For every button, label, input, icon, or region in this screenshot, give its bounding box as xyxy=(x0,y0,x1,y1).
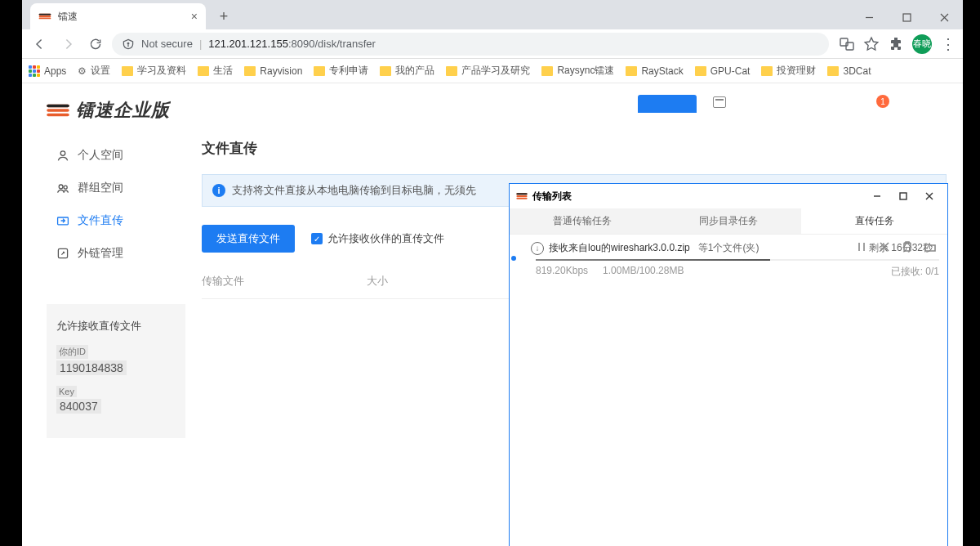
transfer-received: 已接收: 0/1 xyxy=(891,265,939,279)
transfer-name: 接收来自lou的wireshark3.0.0.zip xyxy=(549,241,690,255)
id-value: 1190184838 xyxy=(56,360,127,375)
logo-icon xyxy=(47,101,69,119)
popup-tab-normal[interactable]: 普通传输任务 xyxy=(510,208,656,234)
key-value: 840037 xyxy=(56,399,101,414)
nav-back-button[interactable] xyxy=(29,33,51,56)
browser-window: 镭速 × + Not secure | 121.201.121.155:8090… xyxy=(22,0,963,546)
group-icon xyxy=(56,181,69,195)
clipboard-icon[interactable] xyxy=(902,241,913,255)
svg-point-4 xyxy=(60,151,65,156)
col-file: 传输文件 xyxy=(202,274,244,289)
popup-tab-direct[interactable]: 直传任务 xyxy=(801,208,947,234)
progress-bar xyxy=(536,259,939,261)
cancel-button[interactable] xyxy=(879,241,890,255)
popup-title: 传输列表 xyxy=(532,190,572,204)
popup-close-button[interactable] xyxy=(918,187,941,205)
download-icon xyxy=(531,242,544,255)
nav-forward-button[interactable] xyxy=(56,33,79,56)
bookmarks-bar: Apps ⚙设置 学习及资料 生活 Rayvision 专利申请 我的产品 产品… xyxy=(22,59,963,83)
receive-info-card: 允许接收直传文件 你的ID 1190184838 Key 840037 xyxy=(47,304,185,438)
svg-point-6 xyxy=(64,186,67,189)
bookmark-folder[interactable]: 专利申请 xyxy=(314,64,368,78)
window-maximize-button[interactable] xyxy=(888,5,925,29)
titlebar: 镭速 × + xyxy=(22,0,963,29)
user-icon xyxy=(56,149,69,162)
bookmark-folder[interactable]: 学习及资料 xyxy=(122,64,186,78)
bookmark-folder[interactable]: 产品学习及研究 xyxy=(446,64,530,78)
transfer-progress: 1.00MB/100.28MB xyxy=(603,265,684,279)
popup-tabs: 普通传输任务 同步目录任务 直传任务 xyxy=(510,208,947,235)
svg-point-1 xyxy=(127,43,129,44)
col-size: 大小 xyxy=(367,274,388,289)
apps-shortcut[interactable]: Apps xyxy=(29,65,66,77)
bookmark-folder[interactable]: 3DCat xyxy=(827,65,871,77)
tab-title: 镭速 xyxy=(58,10,185,24)
app-logo: 镭速企业版 xyxy=(47,98,170,123)
bookmark-star-icon[interactable] xyxy=(863,36,880,52)
svg-point-5 xyxy=(59,185,63,189)
browser-tab[interactable]: 镭速 × xyxy=(30,3,206,29)
logo-text: 镭速企业版 xyxy=(76,98,170,123)
pause-button[interactable] xyxy=(856,241,867,255)
window-minimize-button[interactable] xyxy=(850,5,888,29)
info-icon: i xyxy=(212,184,225,197)
notification-badge[interactable]: 1 xyxy=(876,95,889,108)
window-close-button[interactable] xyxy=(925,5,963,29)
sidebar-item-group[interactable]: 群组空间 xyxy=(47,172,185,204)
sidebar-item-external-link[interactable]: 外链管理 xyxy=(47,237,185,270)
bookmark-settings[interactable]: ⚙设置 xyxy=(78,64,110,78)
popup-tab-sync[interactable]: 同步目录任务 xyxy=(656,208,802,234)
not-secure-icon xyxy=(122,38,135,51)
link-icon xyxy=(56,247,69,260)
favicon-icon xyxy=(38,10,51,23)
profile-avatar[interactable]: 春晓 xyxy=(912,34,932,54)
bookmark-folder[interactable]: Raysync镭速 xyxy=(541,64,614,78)
url-text: 121.201.121.155:8090/disk/transfer xyxy=(208,38,376,50)
popup-minimize-button[interactable] xyxy=(866,187,889,205)
bookmark-folder[interactable]: GPU-Cat xyxy=(695,65,751,77)
page-content: 1 镭速企业版 个人空间 群组空间 文件直传 外链管理 允 xyxy=(22,83,963,546)
popup-maximize-button[interactable] xyxy=(892,187,915,205)
svg-rect-0 xyxy=(903,14,911,21)
transfer-list-popup: 传输列表 普通传输任务 同步目录任务 直传任务 接收来自lou的wireshar… xyxy=(509,183,948,546)
id-label: 你的ID xyxy=(56,345,88,359)
transfer-count: 等1个文件(夹) xyxy=(698,241,760,255)
page-title: 文件直传 xyxy=(202,139,947,158)
transfer-speed: 819.20Kbps xyxy=(536,265,588,279)
bookmark-folder[interactable]: 生活 xyxy=(198,64,233,78)
nav-reload-button[interactable] xyxy=(84,33,107,56)
not-secure-label: Not secure xyxy=(141,38,193,50)
header-list-icon xyxy=(713,96,726,108)
url-bar[interactable]: Not secure | 121.201.121.155:8090/disk/t… xyxy=(112,33,829,56)
browser-menu-icon[interactable]: ⋮ xyxy=(940,36,956,52)
popup-favicon-icon xyxy=(516,190,528,202)
bookmark-folder[interactable]: RayStack xyxy=(626,65,683,77)
popup-titlebar[interactable]: 传输列表 xyxy=(510,184,947,208)
extensions-icon[interactable] xyxy=(888,36,904,52)
header-button-cut xyxy=(638,95,697,113)
sidebar: 个人空间 群组空间 文件直传 外链管理 xyxy=(47,139,185,270)
svg-rect-9 xyxy=(900,193,906,199)
transfer-icon xyxy=(56,214,69,227)
translate-icon[interactable] xyxy=(839,36,855,52)
send-file-button[interactable]: 发送直传文件 xyxy=(202,225,295,253)
tab-close-icon[interactable]: × xyxy=(191,10,198,23)
key-label: Key xyxy=(56,386,77,397)
address-bar-row: Not secure | 121.201.121.155:8090/disk/t… xyxy=(22,29,963,59)
card-title: 允许接收直传文件 xyxy=(56,319,176,333)
new-tab-button[interactable]: + xyxy=(212,5,235,28)
allow-receive-checkbox[interactable]: ✓ 允许接收伙伴的直传文件 xyxy=(311,231,444,246)
checkbox-icon: ✓ xyxy=(311,233,323,244)
bookmark-folder[interactable]: Rayvision xyxy=(244,65,302,77)
sidebar-item-direct-transfer[interactable]: 文件直传 xyxy=(47,204,185,237)
transfer-row: 接收来自lou的wireshark3.0.0.zip 等1个文件(夹) 剩余 1… xyxy=(510,235,947,289)
sidebar-item-personal[interactable]: 个人空间 xyxy=(47,139,185,172)
bookmark-folder[interactable]: 投资理财 xyxy=(761,64,816,78)
open-folder-icon[interactable] xyxy=(924,241,936,255)
bookmark-folder[interactable]: 我的产品 xyxy=(380,64,434,78)
active-indicator-icon xyxy=(511,256,516,261)
